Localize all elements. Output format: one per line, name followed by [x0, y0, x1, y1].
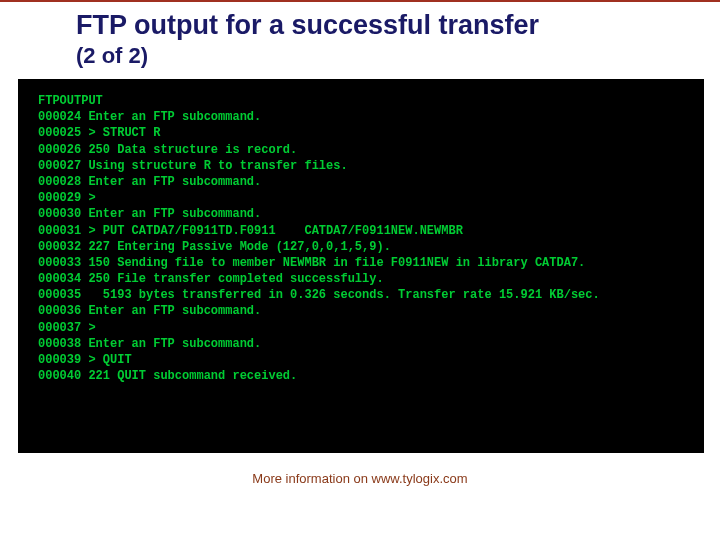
page-title: FTP output for a successful transfer	[76, 10, 720, 41]
page-subtitle: (2 of 2)	[76, 43, 720, 69]
footer-text: More information on www.tylogix.com	[0, 471, 720, 486]
terminal-output: FTPOUTPUT 000024 Enter an FTP subcommand…	[18, 79, 704, 453]
slide-header: FTP output for a successful transfer (2 …	[0, 0, 720, 79]
